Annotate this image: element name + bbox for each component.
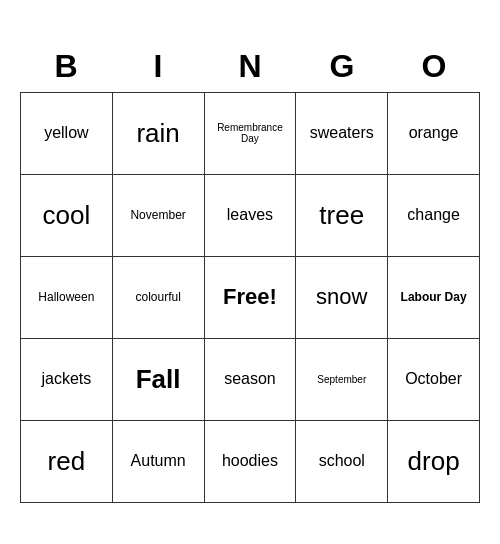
header-o: O [388,42,480,92]
cell-4-0: red [21,420,113,502]
cell-2-3: snow [296,256,388,338]
cell-2-2: Free! [204,256,296,338]
cell-0-2: Remembrance Day [204,92,296,174]
cell-4-1: Autumn [112,420,204,502]
cell-0-0: yellow [21,92,113,174]
cell-1-0: cool [21,174,113,256]
table-row: coolNovemberleavestreechange [21,174,480,256]
cell-2-0: Halloween [21,256,113,338]
cell-3-1: Fall [112,338,204,420]
cell-4-3: school [296,420,388,502]
cell-1-3: tree [296,174,388,256]
table-row: HalloweencolourfulFree!snowLabour Day [21,256,480,338]
cell-1-4: change [388,174,480,256]
cell-3-0: jackets [21,338,113,420]
header-b: B [20,42,112,92]
cell-0-3: sweaters [296,92,388,174]
cell-3-3: September [296,338,388,420]
bingo-grid: yellowrainRemembrance Daysweatersorangec… [20,92,480,503]
cell-3-4: October [388,338,480,420]
cell-4-2: hoodies [204,420,296,502]
cell-4-4: drop [388,420,480,502]
cell-0-4: orange [388,92,480,174]
header-g: G [296,42,388,92]
cell-2-1: colourful [112,256,204,338]
table-row: jacketsFallseasonSeptemberOctober [21,338,480,420]
table-row: yellowrainRemembrance Daysweatersorange [21,92,480,174]
cell-1-2: leaves [204,174,296,256]
header-row: B I N G O [20,42,480,92]
table-row: redAutumnhoodiesschooldrop [21,420,480,502]
cell-3-2: season [204,338,296,420]
cell-0-1: rain [112,92,204,174]
bingo-header: B I N G O [20,42,480,92]
header-i: I [112,42,204,92]
header-n: N [204,42,296,92]
cell-1-1: November [112,174,204,256]
cell-2-4: Labour Day [388,256,480,338]
